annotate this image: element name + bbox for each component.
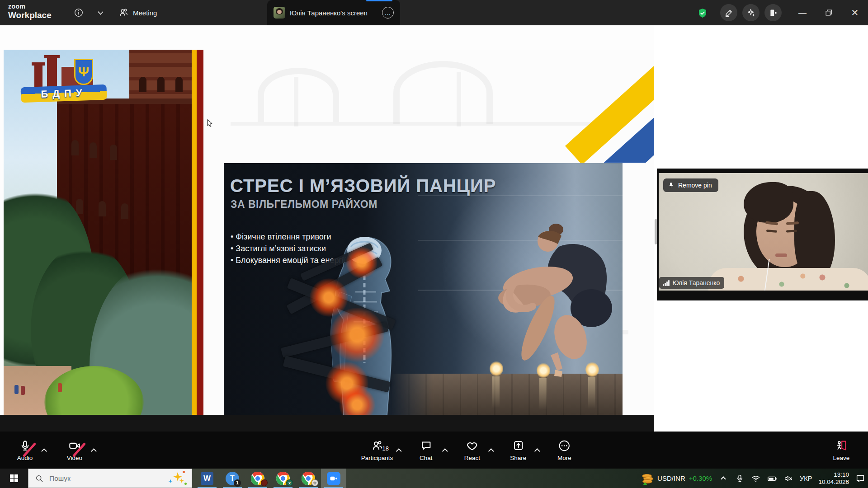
- zoom-workplace-logo: zoom Workplace: [8, 3, 52, 19]
- start-button[interactable]: [0, 469, 28, 488]
- profile-badge: [261, 479, 268, 486]
- bspu-logo: Ψ БДПУ: [21, 55, 107, 114]
- chat-button[interactable]: Chat: [413, 432, 439, 469]
- language-indicator[interactable]: УКР: [800, 475, 812, 482]
- share-label: Share: [510, 455, 526, 461]
- leave-button[interactable]: Leave: [828, 432, 854, 469]
- taskbar-search[interactable]: [28, 469, 192, 488]
- system-tray: USD/INR +0.30% УКР 13:10 10.04.2026: [642, 469, 865, 488]
- tab-shared-screen[interactable]: Юлія Тараненко's screen …: [267, 0, 400, 25]
- campus-photo: Ψ БДПУ: [4, 50, 192, 415]
- meeting-tab-label: Meeting: [133, 9, 157, 17]
- windows-taskbar: W T 1 x ✿: [0, 469, 868, 488]
- search-input[interactable]: [48, 474, 152, 483]
- chevron-up-icon: [721, 476, 726, 481]
- share-screen-icon: [512, 440, 524, 451]
- participants-button[interactable]: 18 Participants: [361, 432, 393, 469]
- shield-check-icon: [697, 8, 708, 19]
- ticker-symbol: USD/INR: [657, 474, 685, 482]
- meeting-main-area: Ψ БДПУ: [0, 25, 868, 432]
- share-button[interactable]: Share: [505, 432, 531, 469]
- active-tab-indicator: [366, 0, 392, 1]
- chrome-profile2-taskbar-button[interactable]: x: [270, 469, 296, 488]
- meeting-people-icon: [118, 8, 128, 18]
- remove-pin-button[interactable]: Remove pin: [663, 178, 718, 192]
- sparkle-icon: [746, 8, 756, 18]
- react-options-button[interactable]: [485, 432, 497, 469]
- chevron-up-icon: [41, 448, 47, 454]
- slide-title: СТРЕС І М’ЯЗОВИЙ ПАНЦИР: [230, 176, 496, 196]
- tray-mic-button[interactable]: [735, 473, 745, 484]
- pedestrian: [14, 385, 19, 394]
- chevron-up-icon: [488, 448, 494, 454]
- minimize-icon: —: [798, 8, 807, 18]
- teams-taskbar-button[interactable]: T 1: [220, 469, 245, 488]
- speaker-muted-icon: [783, 474, 793, 483]
- react-button[interactable]: React: [459, 432, 485, 469]
- remove-pin-label: Remove pin: [678, 182, 712, 189]
- pin-icon: [668, 182, 675, 189]
- action-center-button[interactable]: [855, 473, 865, 484]
- close-icon: ✕: [851, 7, 859, 18]
- view-layout-button[interactable]: [764, 4, 782, 21]
- meeting-toolbar: Audio Video 18 Participants Chat: [0, 432, 868, 469]
- mic-in-use-icon: [736, 474, 744, 483]
- logo-text-zoom: zoom: [8, 3, 52, 9]
- floral-blouse: [708, 268, 868, 291]
- tabs-dropdown-button[interactable]: [94, 6, 107, 19]
- word-icon: W: [201, 472, 213, 485]
- pinned-video-tile[interactable]: Remove pin Юлія Тараненко: [657, 169, 868, 300]
- more-button[interactable]: More: [551, 432, 577, 469]
- ukraine-flag-ribbon: [546, 50, 654, 163]
- participants-options-button[interactable]: [393, 432, 405, 469]
- taskbar-clock[interactable]: 13:10 10.04.2026: [818, 471, 849, 486]
- trident-shield: Ψ: [74, 59, 93, 85]
- battery-button[interactable]: [767, 473, 777, 484]
- chat-options-button[interactable]: [439, 432, 451, 469]
- tension-spot-jaw: [346, 247, 377, 278]
- tray-overflow-button[interactable]: [718, 473, 728, 484]
- tab-options-button[interactable]: …: [382, 7, 394, 19]
- participants-label: Participants: [361, 455, 393, 461]
- annotate-button[interactable]: [720, 4, 737, 21]
- yellow-stripe: [192, 50, 197, 415]
- audio-options-button[interactable]: [38, 432, 50, 469]
- share-letterbox: [0, 415, 654, 432]
- security-shield-button[interactable]: [696, 7, 709, 19]
- share-options-button[interactable]: [531, 432, 543, 469]
- restore-button[interactable]: [818, 0, 839, 25]
- ai-companion-button[interactable]: [742, 4, 760, 21]
- chrome-profile3-taskbar-button[interactable]: ✿: [296, 469, 321, 488]
- participants-count: 18: [382, 445, 389, 452]
- network-button[interactable]: [751, 473, 761, 484]
- teams-icon: T 1: [226, 472, 239, 485]
- currency-coins-icon: [642, 473, 654, 484]
- wifi-icon: [751, 474, 760, 483]
- zoom-title-bar: zoom Workplace Meeting Юлія Тараненко's …: [0, 0, 868, 25]
- meeting-info-button[interactable]: [72, 6, 85, 19]
- minimize-button[interactable]: —: [792, 0, 813, 25]
- video-options-button[interactable]: [88, 432, 99, 469]
- participants-icon: [371, 440, 383, 452]
- taskbar-apps: W T 1 x ✿: [194, 469, 346, 488]
- slide-subtitle: ЗА ВІЛЬГЕЛЬМОМ РАЙХОМ: [231, 198, 377, 211]
- audio-button[interactable]: Audio: [12, 432, 38, 469]
- logo-ribbon: БДПУ: [20, 84, 107, 103]
- zoom-taskbar-button[interactable]: [321, 469, 346, 488]
- shared-screen-view: Ψ БДПУ: [0, 25, 654, 415]
- word-taskbar-button[interactable]: W: [194, 469, 220, 488]
- news-ticker-button[interactable]: USD/INR +0.30%: [642, 473, 712, 484]
- clock-time: 13:10: [818, 471, 849, 479]
- active-tab-label: Юлія Тараненко's screen: [290, 9, 368, 17]
- logo-text-workplace: Workplace: [8, 11, 52, 19]
- chevron-down-icon: [98, 9, 104, 15]
- close-button[interactable]: ✕: [844, 0, 865, 25]
- more-icon: [558, 440, 571, 452]
- volume-button[interactable]: [783, 473, 793, 484]
- video-button[interactable]: Video: [61, 432, 88, 469]
- chevron-up-icon: [91, 448, 97, 454]
- more-label: More: [557, 455, 571, 461]
- red-stripe: [197, 50, 203, 415]
- chrome-profile1-taskbar-button[interactable]: [245, 469, 270, 488]
- tab-meeting[interactable]: Meeting: [118, 0, 157, 25]
